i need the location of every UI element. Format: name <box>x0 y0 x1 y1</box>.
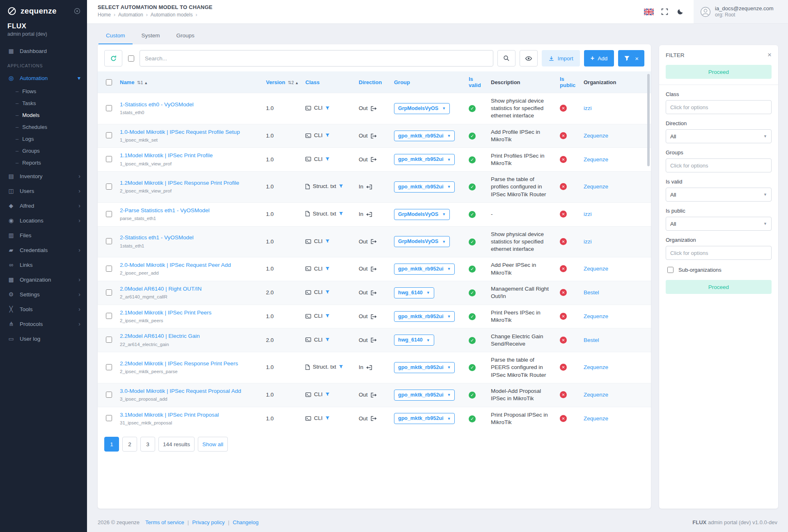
breadcrumb-item[interactable]: Automation <box>118 12 151 18</box>
class-filter-funnel-icon[interactable] <box>339 184 343 188</box>
organization-link[interactable]: Zequenze <box>584 313 608 319</box>
organization-link[interactable]: Zequenze <box>584 392 608 398</box>
column-class[interactable]: Class <box>302 71 355 93</box>
sidebar-item[interactable]: ◉ Locations › <box>0 213 87 228</box>
model-name-link[interactable]: 2-Parse Statistics eth1 - VyOSModel <box>120 207 210 214</box>
sidebar-item-automation[interactable]: ◎ Automation ▾ <box>0 71 87 85</box>
sidebar-item[interactable]: ∞ Links <box>0 257 87 272</box>
class-filter-funnel-icon[interactable] <box>325 338 330 342</box>
sidebar-subitem[interactable]: Groups <box>0 145 87 157</box>
class-filter-funnel-icon[interactable] <box>325 239 330 243</box>
fullscreen-icon[interactable] <box>657 4 672 20</box>
class-filter-funnel-icon[interactable] <box>325 416 330 420</box>
row-checkbox[interactable] <box>106 156 112 162</box>
filter-select[interactable]: All ▼ <box>666 129 772 143</box>
class-filter-funnel-icon[interactable] <box>339 365 343 369</box>
import-button[interactable]: Import <box>542 50 580 66</box>
refresh-button[interactable] <box>104 50 122 66</box>
class-filter-funnel-icon[interactable] <box>325 392 330 397</box>
class-filter-funnel-icon[interactable] <box>325 106 330 110</box>
page-button[interactable]: 1 <box>104 437 119 452</box>
row-checkbox[interactable] <box>106 364 112 370</box>
model-name-link[interactable]: 2.1Model Mikrotik | IPSec Print Peers <box>120 309 211 316</box>
sidebar-subitem[interactable]: Models <box>0 109 87 121</box>
sidebar-item[interactable]: ▰ Credentials › <box>0 243 87 257</box>
sidebar-item[interactable]: ▭ User log <box>0 331 87 346</box>
filter-toggle-button[interactable]: × <box>618 50 644 66</box>
scrollbar[interactable] <box>647 74 650 166</box>
class-filter-funnel-icon[interactable] <box>339 212 343 216</box>
sidebar-subitem[interactable]: Logs <box>0 133 87 145</box>
group-badge[interactable]: gpo_mktk_rb952ui▼ <box>394 264 455 275</box>
select-all-checkbox[interactable] <box>128 55 134 62</box>
add-button[interactable]: + Add <box>584 50 614 66</box>
organization-link[interactable]: Zequenze <box>584 133 608 139</box>
model-name-link[interactable]: 2.0-Model Mikrotik | IPSec Request Peer … <box>120 261 231 269</box>
footer-link[interactable]: Changelog <box>233 519 259 525</box>
row-checkbox[interactable] <box>106 238 112 244</box>
group-badge[interactable]: gpo_mktk_rb952ui▼ <box>394 413 455 424</box>
organization-link[interactable]: izzi <box>584 211 592 217</box>
sidebar-item[interactable]: ╳ Tools › <box>0 302 87 316</box>
proceed-button-bottom[interactable]: Proceed <box>666 280 772 294</box>
organization-link[interactable]: izzi <box>584 238 592 245</box>
sidebar-item[interactable]: ▤ Inventory › <box>0 169 87 183</box>
column-is-public[interactable]: Is public <box>557 71 580 93</box>
group-badge[interactable]: gpo_mktk_rb952ui▼ <box>394 311 455 322</box>
tab[interactable]: Groups <box>169 28 202 44</box>
group-badge[interactable]: GrpModelsVyOS▼ <box>394 103 450 114</box>
filter-select[interactable]: All ▼ <box>666 188 772 202</box>
row-checkbox[interactable] <box>106 183 112 190</box>
column-is-valid[interactable]: Is valid <box>465 71 488 93</box>
sidebar-subitem[interactable]: Reports <box>0 157 87 169</box>
page-button[interactable]: 2 <box>122 437 137 452</box>
filter-options-input[interactable] <box>666 100 772 114</box>
model-name-link[interactable]: 1-Statistics eth0 - VyOSModel <box>120 101 194 108</box>
class-filter-funnel-icon[interactable] <box>325 157 330 161</box>
sidebar-item[interactable]: ◫ Users › <box>0 183 87 198</box>
model-name-link[interactable]: 2.0Model AR6140 | Right OUT/IN <box>120 285 202 293</box>
class-filter-funnel-icon[interactable] <box>325 133 330 138</box>
footer-link[interactable]: Terms of service <box>145 519 192 525</box>
column-group[interactable]: Group <box>391 71 465 93</box>
row-checkbox[interactable] <box>106 415 112 421</box>
group-badge[interactable]: gpo_mktk_rb952ui▼ <box>394 131 455 142</box>
sidebar-item[interactable]: ⋔ Protocols › <box>0 316 87 331</box>
filter-options-input[interactable] <box>666 158 772 172</box>
header-checkbox[interactable] <box>106 79 112 85</box>
group-badge[interactable]: gpo_mktk_rb952ui▼ <box>394 362 455 373</box>
row-checkbox[interactable] <box>106 105 112 111</box>
group-badge[interactable]: GrpModelsVyOS▼ <box>394 209 450 220</box>
organization-link[interactable]: Zequenze <box>584 415 608 422</box>
group-badge[interactable]: hwg_6140▼ <box>394 287 434 298</box>
breadcrumb-item[interactable]: Home <box>98 12 118 18</box>
sidebar-subitem[interactable]: Tasks <box>0 97 87 109</box>
organization-link[interactable]: Zequenze <box>584 183 608 190</box>
column-name[interactable]: Name⇅1 ▲ <box>117 71 263 93</box>
row-checkbox[interactable] <box>106 266 112 272</box>
breadcrumb-item[interactable]: Automation models <box>151 12 200 18</box>
group-badge[interactable]: gpo_mktk_rb952ui▼ <box>394 181 455 193</box>
sidebar-item[interactable]: ⚙ Settings › <box>0 287 87 302</box>
model-name-link[interactable]: 2.2Model Mikrotik | IPSec Response Print… <box>120 360 238 367</box>
user-menu[interactable]: ia_docs@zequenze.com org: Root <box>694 0 788 23</box>
model-name-link[interactable]: 1.2Model Mikrotik | IPSec Response Print… <box>120 179 239 187</box>
organization-link[interactable]: Zequenze <box>584 266 608 272</box>
search-input[interactable] <box>140 50 493 66</box>
sidebar-subitem[interactable]: Schedules <box>0 121 87 133</box>
tab[interactable]: System <box>134 28 167 44</box>
sidebar-item[interactable]: ◆ Alfred › <box>0 198 87 213</box>
language-flag-icon[interactable] <box>641 4 657 20</box>
sub-organizations-checkbox[interactable] <box>667 267 673 273</box>
column-version[interactable]: Version⇅2 ▲ <box>263 71 302 93</box>
group-badge[interactable]: GrpModelsVyOS▼ <box>394 236 450 247</box>
model-name-link[interactable]: 3.1Model Mikrotik | IPSec Print Proposal <box>120 411 219 419</box>
organization-link[interactable]: izzi <box>584 105 592 111</box>
organization-link[interactable]: Zequenze <box>584 156 608 163</box>
visibility-eye-button[interactable] <box>520 50 538 66</box>
sidebar-subitem[interactable]: Flows <box>0 85 87 97</box>
row-checkbox[interactable] <box>106 289 112 296</box>
class-filter-funnel-icon[interactable] <box>325 267 330 271</box>
filter-select[interactable]: All ▼ <box>666 217 772 231</box>
model-name-link[interactable]: 3.0-Model Mikrotik | IPSec Request Propo… <box>120 388 241 395</box>
